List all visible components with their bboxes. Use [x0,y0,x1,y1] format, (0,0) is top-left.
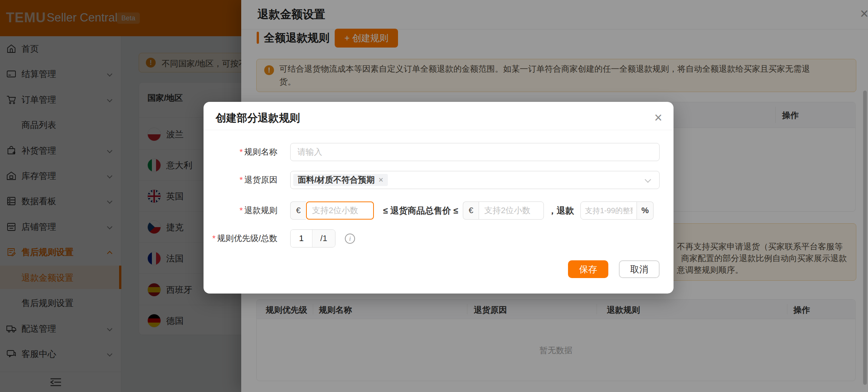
priority-label: *规则优先级/总数 [204,232,277,244]
between-condition-text: ≤ 退货商品总售价 ≤ [380,201,461,220]
select-chevron-down-icon [645,177,651,183]
cancel-button[interactable]: 取消 [619,260,660,278]
create-partial-refund-rule-modal: 创建部分退款规则 × *规则名称 *退货原因 面料/材质不符合预期× *退款规则… [204,102,674,294]
modal-title: 创建部分退款规则 [216,112,300,125]
rule-name-label: *规则名称 [204,146,277,158]
percent-suffix: % [637,201,654,220]
required-asterisk: * [212,234,216,243]
selected-reason-tag: 面料/材质不符合预期× [293,174,388,186]
refund-percent-prefix-text: ，退款 [548,201,574,220]
refund-rule-label: *退款规则 [204,204,277,217]
label-text: 规则名称 [244,147,277,157]
divider [204,130,674,130]
priority-value[interactable]: 1 [291,230,312,247]
refund-percent-input[interactable] [580,201,637,220]
label-text: 退货原因 [244,175,277,184]
info-icon[interactable]: i [345,234,355,244]
modal-close-icon[interactable]: × [654,110,662,125]
priority-stepper[interactable]: 1 /1 [290,229,335,247]
required-asterisk: * [239,147,243,157]
return-reason-select[interactable]: 面料/材质不符合预期× [290,171,660,189]
tag-remove-icon[interactable]: × [378,175,383,184]
save-button[interactable]: 保存 [568,260,608,278]
currency-euro-prefix: € [463,201,479,220]
required-asterisk: * [239,175,243,184]
max-amount-input[interactable] [479,201,544,220]
currency-euro-prefix: € [290,201,306,220]
app-root: TEMU Seller Central Beta 首页 结算管理 订单管理 商品… [0,0,868,392]
min-amount-input[interactable] [306,201,374,220]
label-text: 退款规则 [244,206,277,215]
return-reason-label: *退货原因 [204,174,277,186]
priority-total: /1 [312,230,335,247]
rule-name-input[interactable] [290,143,660,161]
tag-text: 面料/材质不符合预期 [298,175,375,184]
label-text: 规则优先级/总数 [217,234,277,243]
required-asterisk: * [239,206,243,215]
